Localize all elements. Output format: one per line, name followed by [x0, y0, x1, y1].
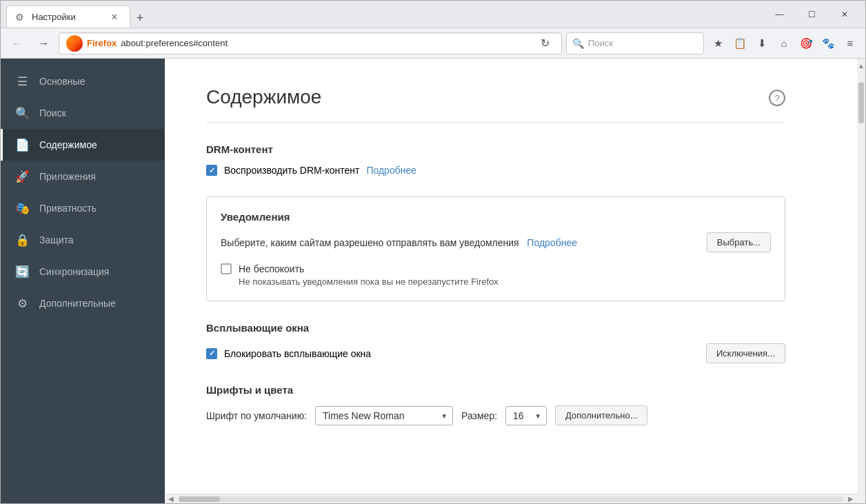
content-inner: Содержимое ? DRM-контент ✓ Воспроиз: [165, 59, 827, 494]
v-scroll-thumb[interactable]: [858, 82, 864, 123]
search-box[interactable]: 🔍 Поиск: [566, 32, 704, 54]
do-not-disturb-row: Не беспокоить Не показывать уведомления …: [221, 263, 771, 287]
font-label: Шрифт по умолчанию:: [206, 410, 307, 421]
sidebar-item-basic[interactable]: ☰ Основные: [1, 65, 165, 97]
notifications-learn-more-link[interactable]: Подробнее: [527, 237, 577, 248]
sync-icon: 🔄: [14, 264, 30, 279]
popups-checkbox[interactable]: ✓: [206, 348, 217, 359]
size-select-wrapper: 16 ▼: [505, 406, 547, 425]
extension-icon[interactable]: 🐾: [818, 34, 838, 53]
notifications-row: Выберите, каким сайтам разрешено отправл…: [221, 232, 771, 252]
drm-section-title: DRM-контент: [206, 143, 785, 155]
window-controls: — ☐ ✕: [764, 4, 860, 25]
font-select[interactable]: Times New Roman: [315, 406, 453, 425]
security-icon: 🔒: [14, 232, 30, 248]
notifications-choose-button[interactable]: Выбрать...: [707, 232, 771, 252]
sidebar-label-content: Содержимое: [39, 139, 97, 150]
sidebar-label-advanced: Дополнительные: [39, 298, 116, 309]
fonts-section: Шрифты и цвета Шрифт по умолчанию: Times…: [206, 384, 785, 425]
do-not-disturb-sublabel: Не показывать уведомления пока вы не пер…: [239, 276, 499, 287]
do-not-disturb-text: Не беспокоить Не показывать уведомления …: [239, 263, 499, 287]
sidebar-label-basic: Основные: [39, 76, 85, 87]
search-nav-icon: 🔍: [14, 105, 30, 121]
sidebar-label-search: Поиск: [39, 108, 66, 119]
minimize-button[interactable]: —: [764, 4, 795, 25]
drm-checkmark: ✓: [209, 166, 215, 175]
h-scroll-thumb[interactable]: [179, 496, 220, 502]
sidebar: ☰ Основные 🔍 Поиск 📄 Содержимое 🚀 Прилож…: [1, 59, 165, 503]
sidebar-label-security: Защита: [39, 234, 74, 245]
sidebar-item-content[interactable]: 📄 Содержимое: [1, 129, 165, 161]
advanced-icon: ⚙: [14, 296, 30, 311]
drm-checkbox-label[interactable]: ✓ Воспроизводить DRM-контент: [206, 165, 359, 176]
sidebar-label-sync: Синхронизация: [39, 266, 109, 277]
sidebar-item-search[interactable]: 🔍 Поиск: [1, 97, 165, 129]
sidebar-label-privacy: Приватность: [39, 203, 97, 214]
do-not-disturb-label: Не беспокоить: [239, 263, 499, 274]
refresh-button[interactable]: ↻: [535, 34, 554, 53]
forward-button[interactable]: →: [32, 32, 54, 54]
bookmark-icon[interactable]: ★: [708, 34, 727, 53]
popups-checkbox-label[interactable]: ✓ Блокировать всплывающие окна: [206, 348, 371, 359]
h-scroll-track[interactable]: [179, 496, 843, 502]
drm-checkbox[interactable]: ✓: [206, 165, 217, 176]
download-icon[interactable]: ⬇: [752, 34, 772, 53]
popups-section: Всплывающие окна ✓ Блокировать всплывающ…: [206, 322, 785, 363]
vertical-scrollbar[interactable]: ▲: [857, 59, 865, 503]
fonts-row: Шрифт по умолчанию: Times New Roman ▼ Ра…: [206, 405, 785, 425]
privacy-icon: 🎭: [14, 201, 30, 216]
horizontal-scrollbar[interactable]: ◀ ▶: [165, 494, 857, 503]
sidebar-item-privacy[interactable]: 🎭 Приватность: [1, 192, 165, 224]
main-area: ☰ Основные 🔍 Поиск 📄 Содержимое 🚀 Прилож…: [1, 59, 865, 503]
popups-left: ✓ Блокировать всплывающие окна: [206, 348, 371, 359]
tab-gear-icon: ⚙: [15, 12, 26, 23]
popups-exceptions-button[interactable]: Исключения...: [706, 343, 785, 363]
maximize-button[interactable]: ☐: [796, 4, 827, 25]
help-icon[interactable]: ?: [769, 90, 785, 106]
sidebar-item-sync[interactable]: 🔄 Синхронизация: [1, 256, 165, 288]
drm-learn-more-link[interactable]: Подробнее: [366, 165, 416, 176]
tab-close-button[interactable]: ×: [108, 10, 121, 24]
v-scroll-up-arrow[interactable]: ▲: [857, 60, 865, 71]
drm-checkbox-text: Воспроизводить DRM-контент: [224, 165, 359, 176]
pocket-save-icon[interactable]: 🎯: [796, 34, 816, 53]
back-button[interactable]: ←: [6, 32, 28, 54]
search-placeholder: Поиск: [588, 38, 613, 48]
active-tab[interactable]: ⚙ Настройки ×: [6, 6, 130, 28]
menu-icon[interactable]: ≡: [840, 34, 860, 53]
fonts-advanced-button[interactable]: Дополнительно...: [555, 405, 647, 425]
size-select[interactable]: 16: [505, 406, 547, 425]
address-bar[interactable]: Firefox about:preferences#content ↻: [59, 32, 562, 54]
nav-bar: ← → Firefox about:preferences#content ↻ …: [1, 28, 865, 59]
address-url-text: about:preferences#content: [121, 38, 531, 48]
sidebar-item-advanced[interactable]: ⚙ Дополнительные: [1, 288, 165, 319]
sidebar-item-security[interactable]: 🔒 Защита: [1, 224, 165, 256]
firefox-brand-text: Firefox: [87, 38, 117, 48]
do-not-disturb-checkbox[interactable]: [221, 263, 232, 274]
tab-title: Настройки: [32, 12, 102, 22]
content-area: Содержимое ? DRM-контент ✓ Воспроиз: [165, 59, 857, 503]
size-label: Размер:: [461, 410, 497, 421]
page-title: Содержимое: [206, 86, 321, 108]
firefox-logo: [66, 35, 83, 52]
tab-area: ⚙ Настройки × +: [6, 1, 764, 28]
notifications-title: Уведомления: [221, 211, 771, 223]
popups-checkmark: ✓: [209, 349, 215, 358]
basic-icon: ☰: [14, 74, 30, 89]
popups-row: ✓ Блокировать всплывающие окна Исключени…: [206, 343, 785, 363]
search-icon: 🔍: [572, 38, 584, 49]
title-bar: ⚙ Настройки × + — ☐ ✕: [1, 1, 865, 28]
sidebar-item-apps[interactable]: 🚀 Приложения: [1, 161, 165, 192]
close-button[interactable]: ✕: [829, 4, 860, 25]
forward-icon: →: [38, 37, 49, 50]
h-scroll-left-arrow[interactable]: ◀: [166, 494, 176, 504]
notifications-description: Выберите, каким сайтам разрешено отправл…: [221, 237, 577, 248]
new-tab-button[interactable]: +: [130, 8, 150, 28]
toolbar-icons: ★ 📋 ⬇ ⌂ 🎯 🐾 ≡: [708, 34, 860, 53]
page-title-divider: [206, 122, 785, 123]
h-scroll-right-arrow[interactable]: ▶: [846, 494, 856, 504]
back-icon: ←: [12, 37, 23, 50]
home-icon[interactable]: ⌂: [774, 34, 794, 53]
pocket-icon[interactable]: 📋: [730, 34, 749, 53]
fonts-section-title: Шрифты и цвета: [206, 384, 785, 396]
